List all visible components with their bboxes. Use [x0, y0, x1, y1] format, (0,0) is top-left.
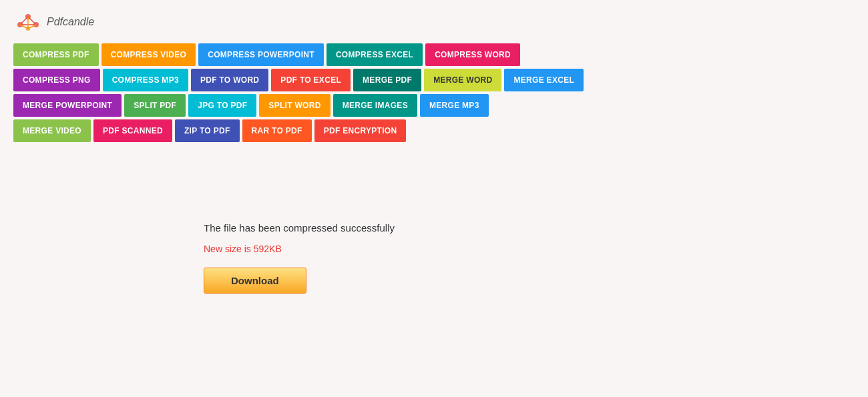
logo-icon	[13, 10, 43, 33]
nav-menu: COMPRESS PDF COMPRESS VIDEO COMPRESS POW…	[0, 43, 868, 142]
svg-line-4	[20, 17, 28, 25]
success-message: The file has been compressed successfull…	[204, 222, 855, 234]
size-label: New size is 592KB	[204, 244, 855, 254]
nav-merge-images[interactable]: MERGE IMAGES	[333, 94, 417, 117]
logo: Pdfcandle	[13, 10, 855, 33]
nav-merge-powerpoint[interactable]: MERGE POWERPOINT	[13, 94, 122, 117]
download-button[interactable]: Download	[204, 268, 306, 294]
main-content: The file has been compressed successfull…	[0, 195, 868, 320]
nav-pdf-to-word[interactable]: PDF TO WORD	[191, 69, 268, 91]
nav-merge-video[interactable]: MERGE VIDEO	[13, 119, 91, 142]
nav-compress-mp3[interactable]: COMPRESS MP3	[103, 69, 188, 91]
nav-merge-excel[interactable]: MERGE EXCEL	[504, 69, 584, 91]
nav-compress-pdf[interactable]: COMPRESS PDF	[13, 43, 99, 66]
logo-text: Pdfcandle	[47, 16, 94, 28]
nav-split-word[interactable]: SPLIT WORD	[259, 94, 330, 117]
nav-compress-video[interactable]: COMPRESS VIDEO	[101, 43, 196, 66]
nav-pdf-to-excel[interactable]: PDF TO EXCEL	[271, 69, 351, 91]
nav-row-1: COMPRESS PDF COMPRESS VIDEO COMPRESS POW…	[13, 43, 855, 66]
nav-row-3: MERGE POWERPOINT SPLIT PDF JPG TO PDF SP…	[13, 94, 855, 117]
nav-compress-powerpoint[interactable]: COMPRESS POWERPOINT	[198, 43, 324, 66]
svg-line-5	[28, 17, 36, 25]
nav-row-4: MERGE VIDEO PDF SCANNED ZIP TO PDF RAR T…	[13, 119, 855, 142]
nav-zip-to-pdf[interactable]: ZIP TO PDF	[175, 119, 240, 142]
nav-merge-word[interactable]: MERGE WORD	[424, 69, 501, 91]
nav-compress-png[interactable]: COMPRESS PNG	[13, 69, 100, 91]
nav-rar-to-pdf[interactable]: RAR TO PDF	[242, 119, 312, 142]
nav-merge-pdf[interactable]: MERGE PDF	[353, 69, 421, 91]
success-section: The file has been compressed successfull…	[204, 222, 855, 294]
nav-merge-mp3[interactable]: MERGE MP3	[420, 94, 489, 117]
nav-row-2: COMPRESS PNG COMPRESS MP3 PDF TO WORD PD…	[13, 69, 855, 91]
nav-pdf-scanned[interactable]: PDF SCANNED	[93, 119, 172, 142]
nav-split-pdf[interactable]: SPLIT PDF	[124, 94, 186, 117]
nav-compress-excel[interactable]: COMPRESS EXCEL	[327, 43, 423, 66]
nav-compress-word[interactable]: COMPRESS WORD	[425, 43, 520, 66]
nav-jpg-to-pdf[interactable]: JPG TO PDF	[188, 94, 256, 117]
nav-pdf-encryption[interactable]: PDF ENCRYPTION	[314, 119, 407, 142]
